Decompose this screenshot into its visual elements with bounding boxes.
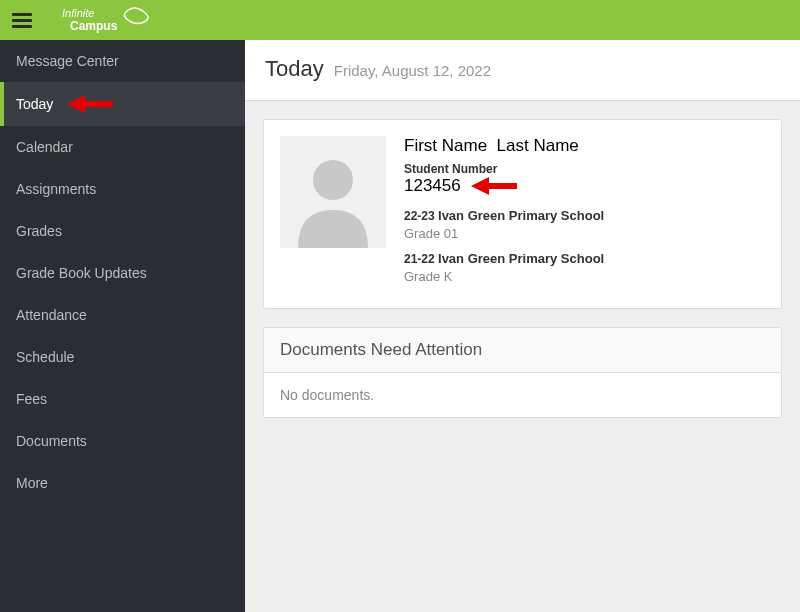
- svg-marker-6: [471, 177, 489, 195]
- student-number-label: Student Number: [404, 162, 765, 176]
- hamburger-menu-icon[interactable]: [10, 8, 34, 32]
- sidebar-item-fees[interactable]: Fees: [0, 378, 245, 420]
- student-number-row: 123456: [404, 176, 765, 196]
- sidebar-item-calendar[interactable]: Calendar: [0, 126, 245, 168]
- enrollment-school: Ivan Green Primary School: [438, 208, 604, 223]
- svg-point-4: [313, 160, 353, 200]
- sidebar-item-label: Today: [16, 96, 53, 112]
- svg-text:Infinite: Infinite: [62, 7, 94, 19]
- sidebar-item-label: Assignments: [16, 181, 96, 197]
- sidebar-item-label: Attendance: [16, 307, 87, 323]
- svg-marker-3: [67, 95, 85, 113]
- sidebar-item-message-center[interactable]: Message Center: [0, 40, 245, 82]
- enrollment-grade: Grade K: [404, 269, 765, 284]
- enrollment-item: 21-22 Ivan Green Primary SchoolGrade K: [404, 249, 765, 284]
- student-name: First Name Last Name: [404, 136, 765, 156]
- sidebar-item-attendance[interactable]: Attendance: [0, 294, 245, 336]
- page-header: Today Friday, August 12, 2022: [245, 40, 800, 101]
- student-card: First Name Last Name Student Number 1234…: [263, 119, 782, 309]
- svg-text:Campus: Campus: [70, 19, 118, 33]
- main-content: Today Friday, August 12, 2022 First Name…: [245, 40, 800, 612]
- documents-card: Documents Need Attention No documents.: [263, 327, 782, 418]
- sidebar-item-grade-book-updates[interactable]: Grade Book Updates: [0, 252, 245, 294]
- first-name: First Name: [404, 136, 487, 155]
- enrollment-grade: Grade 01: [404, 226, 765, 241]
- sidebar-item-label: Grades: [16, 223, 62, 239]
- enrollment-school: Ivan Green Primary School: [438, 251, 604, 266]
- documents-header: Documents Need Attention: [264, 328, 781, 373]
- sidebar-item-more[interactable]: More: [0, 462, 245, 504]
- annotation-arrow-icon: [467, 177, 517, 195]
- enrollment-year: 21-22: [404, 252, 438, 266]
- sidebar-item-assignments[interactable]: Assignments: [0, 168, 245, 210]
- student-number-value: 123456: [404, 176, 461, 196]
- sidebar-item-label: Calendar: [16, 139, 73, 155]
- sidebar-item-label: Documents: [16, 433, 87, 449]
- sidebar-item-label: Fees: [16, 391, 47, 407]
- last-name: Last Name: [497, 136, 579, 155]
- documents-empty-text: No documents.: [264, 373, 781, 417]
- brand-logo[interactable]: Infinite Campus: [62, 6, 162, 34]
- sidebar: Message CenterTodayCalendarAssignmentsGr…: [0, 40, 245, 612]
- sidebar-item-schedule[interactable]: Schedule: [0, 336, 245, 378]
- avatar-placeholder-icon: [280, 136, 386, 248]
- sidebar-item-grades[interactable]: Grades: [0, 210, 245, 252]
- page-date: Friday, August 12, 2022: [334, 62, 491, 79]
- enrollment-year: 22-23: [404, 209, 438, 223]
- page-title: Today: [265, 56, 324, 82]
- annotation-arrow-icon: [63, 95, 113, 113]
- sidebar-item-today[interactable]: Today: [0, 82, 245, 126]
- sidebar-item-label: More: [16, 475, 48, 491]
- sidebar-item-label: Schedule: [16, 349, 74, 365]
- svg-rect-2: [81, 101, 113, 107]
- enrollment-item: 22-23 Ivan Green Primary SchoolGrade 01: [404, 206, 765, 241]
- sidebar-item-label: Message Center: [16, 53, 119, 69]
- sidebar-item-label: Grade Book Updates: [16, 265, 147, 281]
- student-info: First Name Last Name Student Number 1234…: [404, 136, 765, 292]
- svg-rect-5: [485, 183, 517, 189]
- sidebar-item-documents[interactable]: Documents: [0, 420, 245, 462]
- app-header: Infinite Campus: [0, 0, 800, 40]
